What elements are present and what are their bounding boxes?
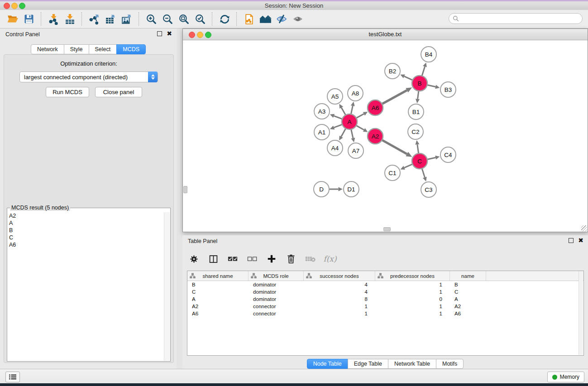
table-row[interactable]: Cdominator41C <box>187 288 583 295</box>
mcds-result-item[interactable]: C <box>8 234 164 241</box>
refresh-button[interactable] <box>216 12 233 26</box>
column-header-shared-name[interactable]: shared name <box>187 271 249 281</box>
memory-label: Memory <box>560 374 579 380</box>
zoom-out-button[interactable] <box>159 12 176 26</box>
table-cell: C <box>187 288 249 295</box>
mcds-result-item[interactable]: A6 <box>8 241 164 248</box>
tab-mcds[interactable]: MCDS <box>116 44 146 54</box>
graph-node-label-A7: A7 <box>352 148 360 154</box>
toolbar-separator <box>236 12 237 26</box>
mcds-result-list: A2ABCA6 <box>8 212 164 360</box>
tab-node-table[interactable]: Node Table <box>307 359 348 369</box>
optimization-criterion-label: Optimization criterion: <box>4 60 173 67</box>
table-toolbar: f(x) <box>188 250 336 268</box>
add-column-button[interactable] <box>266 253 277 265</box>
eye-icon <box>292 14 304 24</box>
save-session-button[interactable] <box>21 12 37 26</box>
graph-edge-A2-C <box>381 139 407 154</box>
export-image-button[interactable] <box>119 12 135 26</box>
column-header-label: successor nodes <box>320 273 359 279</box>
show-graphics-details-button[interactable] <box>290 12 306 26</box>
node-table: shared name MCDS role successor nodes pr… <box>187 271 584 356</box>
column-header-predecessor-nodes[interactable]: predecessor nodes <box>375 271 450 281</box>
status-bar: Memory <box>0 369 588 384</box>
app-title: Session: New Session <box>0 2 588 9</box>
tab-motifs[interactable]: Motifs <box>436 359 464 369</box>
home-button[interactable] <box>257 12 273 26</box>
close-panel-icon[interactable]: ✖ <box>167 32 172 36</box>
table-panel: Table Panel ✖ <box>182 235 588 369</box>
import-network-button[interactable] <box>45 12 62 26</box>
close-panel-icon[interactable]: ✖ <box>578 238 583 243</box>
task-history-button[interactable] <box>5 372 20 382</box>
search-box[interactable] <box>449 13 583 24</box>
columns-icon <box>209 254 218 264</box>
resize-grip-icon[interactable] <box>581 225 587 231</box>
column-header-name[interactable]: name <box>450 271 486 281</box>
deselect-all-checkboxes-button[interactable] <box>246 253 258 265</box>
graph-node-label-A3: A3 <box>318 108 326 115</box>
zoom-in-button[interactable] <box>143 12 159 26</box>
mcds-result-item[interactable]: A2 <box>8 212 164 219</box>
float-panel-icon[interactable] <box>157 31 162 36</box>
mcds-result-title: MCDS result (5 nodes) <box>10 205 70 211</box>
mcds-result-item[interactable]: B <box>8 227 164 234</box>
mcds-result-item[interactable]: A <box>8 219 164 227</box>
select-all-checkboxes-button[interactable] <box>227 253 239 265</box>
trash-icon <box>287 254 296 264</box>
mcds-result-scrollbar[interactable] <box>164 212 170 361</box>
tab-network-table[interactable]: Network Table <box>388 359 436 369</box>
zoom-out-icon <box>162 14 173 25</box>
export-network-button[interactable] <box>86 12 102 26</box>
network-vertical-scrollbar[interactable] <box>183 186 187 193</box>
table-row[interactable]: A6connector11A6 <box>187 310 583 317</box>
delete-column-button[interactable] <box>285 253 297 265</box>
close-panel-button[interactable]: Close panel <box>95 87 142 97</box>
table-settings-button[interactable] <box>188 253 200 265</box>
network-window-titlebar: testGlobe.txt <box>183 29 588 40</box>
memory-button[interactable]: Memory <box>547 372 584 382</box>
mcds-panel: Optimization criterion: largest connecte… <box>4 54 174 363</box>
search-input[interactable] <box>461 15 582 22</box>
tab-network[interactable]: Network <box>31 44 64 54</box>
float-panel-icon[interactable] <box>569 238 574 243</box>
graph-node-label-A5: A5 <box>331 93 339 100</box>
graph-edge-C-C2 <box>417 144 419 154</box>
graph-edge-arrow-icon <box>351 138 355 142</box>
tab-edge-table[interactable]: Edge Table <box>348 359 388 369</box>
table-cell: dominator <box>249 288 304 295</box>
import-table-button[interactable] <box>62 12 78 26</box>
zoom-fit-button[interactable] <box>176 12 192 26</box>
table-row[interactable]: Bdominator41B <box>187 281 583 288</box>
table-row[interactable]: A2connector11A2 <box>187 303 583 310</box>
criterion-select[interactable]: largest connected component (directed) <box>19 71 158 82</box>
column-header-mcds-role[interactable]: MCDS role <box>249 271 304 281</box>
graph-edge-A-A7 <box>351 129 353 138</box>
show-column-button[interactable] <box>207 253 219 265</box>
graph-node-label-A: A <box>347 119 351 125</box>
table-tabs: Node TableEdge TableNetwork TableMotifs <box>182 359 588 369</box>
graph-node-label-C4: C4 <box>444 152 452 158</box>
run-mcds-button[interactable]: Run MCDS <box>46 87 89 97</box>
table-row[interactable]: Adominator80A <box>187 295 583 303</box>
table-cell: connector <box>249 310 304 317</box>
network-horizontal-scrollbar[interactable] <box>383 227 391 231</box>
network-canvas[interactable]: AA1A2A3A4A5A6A7A8BB1B2B3B4CC1C2C3C4DD1 <box>183 40 588 232</box>
save-floppy-icon <box>24 14 34 24</box>
export-table-button[interactable] <box>102 12 119 26</box>
column-header-successor-nodes[interactable]: successor nodes <box>304 271 375 281</box>
zoom-selected-button[interactable] <box>192 12 208 26</box>
hide-graphics-details-button[interactable] <box>273 12 290 26</box>
tab-style[interactable]: Style <box>64 44 89 54</box>
table-panel-title: Table Panel <box>188 238 217 244</box>
table-cell: 1 <box>375 288 450 295</box>
table-cell: B <box>450 281 486 288</box>
tab-select[interactable]: Select <box>89 44 117 54</box>
table-cell: A2 <box>187 303 249 310</box>
network-file-button[interactable] <box>241 12 257 26</box>
graph-edge-arrow-icon <box>423 176 427 181</box>
table-scrollbar[interactable] <box>578 271 583 355</box>
open-file-button[interactable] <box>5 12 21 26</box>
column-header-label: name <box>461 273 474 279</box>
table-cell: A6 <box>187 310 249 317</box>
